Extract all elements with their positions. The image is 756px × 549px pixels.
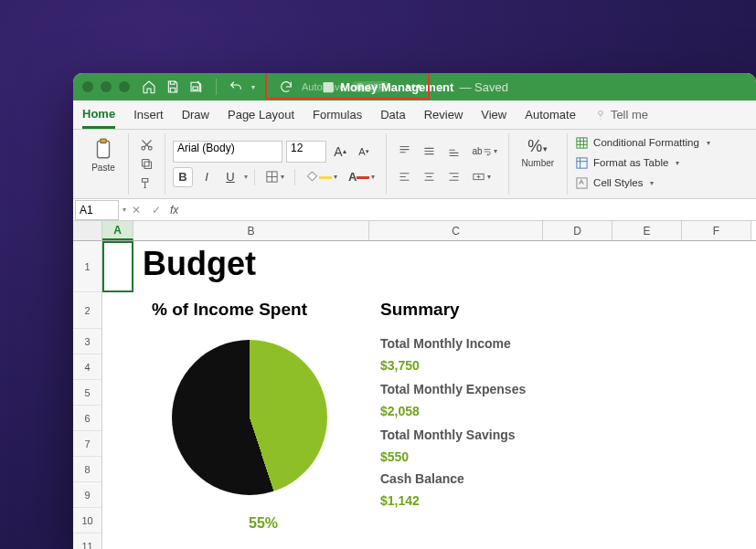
- paste-button[interactable]: Paste: [86, 133, 121, 176]
- minimize-window[interactable]: [101, 81, 112, 92]
- col-header-b[interactable]: B: [133, 221, 369, 240]
- col-header-a[interactable]: A: [102, 221, 133, 240]
- align-right-icon[interactable]: [443, 167, 464, 187]
- fx-label[interactable]: fx: [170, 204, 178, 216]
- tab-home[interactable]: Home: [82, 101, 115, 129]
- cell-styles-button[interactable]: Cell Styles▾: [575, 174, 710, 192]
- percent-spent-value: 55%: [249, 515, 278, 532]
- svg-rect-0: [323, 81, 333, 91]
- summary-savings-label: Total Monthly Savings: [380, 428, 516, 442]
- align-center-icon[interactable]: [419, 167, 440, 187]
- row-header[interactable]: 8: [73, 457, 101, 482]
- tab-automate[interactable]: Automate: [525, 102, 576, 127]
- name-box[interactable]: A1: [75, 200, 119, 220]
- font-color-icon[interactable]: A▾: [345, 167, 378, 187]
- align-left-icon[interactable]: [394, 167, 415, 187]
- italic-button[interactable]: I: [197, 167, 217, 187]
- ribbon-tabs: Home Insert Draw Page Layout Formulas Da…: [73, 100, 756, 130]
- summary-savings-value: $550: [380, 449, 409, 464]
- wrap-text-icon[interactable]: ab▾: [468, 142, 500, 162]
- row-header[interactable]: 4: [73, 354, 101, 380]
- bold-button[interactable]: B: [173, 167, 193, 187]
- svg-rect-6: [144, 162, 152, 169]
- format-as-table-button[interactable]: Format as Table▾: [575, 153, 710, 172]
- svg-rect-7: [143, 160, 150, 167]
- row-header[interactable]: 6: [73, 406, 101, 431]
- undo-dropdown[interactable]: ▾: [251, 83, 255, 91]
- tab-data[interactable]: Data: [380, 102, 405, 127]
- summary-income-value: $3,750: [380, 358, 420, 373]
- pie-chart[interactable]: [172, 340, 327, 495]
- underline-button[interactable]: U: [220, 167, 240, 187]
- col-header-d[interactable]: D: [543, 221, 612, 240]
- select-all-corner[interactable]: [73, 221, 101, 241]
- align-top-icon[interactable]: [394, 142, 415, 162]
- font-name-select[interactable]: Arial (Body): [173, 141, 282, 163]
- tab-page-layout[interactable]: Page Layout: [228, 102, 294, 127]
- conditional-formatting-button[interactable]: Conditional Formatting▾: [575, 133, 710, 152]
- col-header-e[interactable]: E: [612, 221, 682, 240]
- increase-font-icon[interactable]: A▴: [330, 142, 350, 162]
- row-header[interactable]: 10: [73, 508, 101, 533]
- summary-income-label: Total Monthly Income: [380, 336, 511, 351]
- font-size-select[interactable]: 12: [286, 141, 326, 163]
- row-header[interactable]: 1: [73, 241, 101, 292]
- decrease-font-icon[interactable]: A▾: [354, 142, 374, 162]
- window-controls: [82, 81, 130, 92]
- svg-rect-11: [577, 157, 587, 167]
- document-name: Money Management: [340, 80, 453, 94]
- summary-expenses-value: $2,058: [380, 404, 420, 418]
- document-status: — Saved: [459, 80, 507, 94]
- tab-draw[interactable]: Draw: [182, 102, 209, 127]
- number-format-button[interactable]: % ▾ Number: [516, 133, 560, 172]
- row-header[interactable]: 3: [73, 329, 101, 354]
- cut-icon[interactable]: [136, 137, 157, 153]
- summary-cash-value: $1,142: [380, 493, 420, 508]
- tab-review[interactable]: Review: [424, 102, 463, 127]
- undo-icon[interactable]: [228, 79, 244, 95]
- svg-rect-12: [577, 177, 587, 187]
- spreadsheet-grid: 1 2 3 4 5 6 7 8 9 10 11 A B C D E F Budg…: [73, 221, 756, 549]
- formula-bar: A1 ▾ ✕ ✓ fx: [73, 199, 756, 221]
- row-header[interactable]: 2: [73, 292, 101, 329]
- redo-icon[interactable]: [278, 79, 294, 95]
- home-icon[interactable]: [141, 79, 157, 95]
- row-header[interactable]: 11: [73, 533, 101, 549]
- borders-icon[interactable]: ▾: [261, 167, 288, 187]
- close-window[interactable]: [82, 81, 93, 92]
- copy-icon[interactable]: [136, 156, 157, 172]
- svg-rect-10: [577, 137, 587, 147]
- align-bottom-icon[interactable]: [443, 142, 464, 162]
- summary-header: Summary: [380, 300, 460, 320]
- tell-me[interactable]: Tell me: [594, 108, 648, 121]
- zoom-window[interactable]: [119, 81, 130, 92]
- percent-spent-header: % of Income Spent: [152, 300, 307, 320]
- save-icon[interactable]: [165, 79, 181, 95]
- tab-formulas[interactable]: Formulas: [313, 102, 362, 127]
- summary-expenses-label: Total Monthly Expenses: [380, 382, 526, 396]
- ribbon: Paste Arial (Body) 12 A▴ A▾ B I U ▾ ▾: [73, 130, 756, 199]
- cancel-formula-icon[interactable]: ✕: [126, 204, 146, 216]
- document-title: Money Management — Saved: [321, 80, 508, 94]
- fill-color-icon[interactable]: ▾: [302, 167, 341, 187]
- underline-dropdown[interactable]: ▾: [244, 173, 248, 181]
- svg-point-1: [599, 111, 603, 115]
- align-middle-icon[interactable]: [419, 142, 440, 162]
- row-header[interactable]: 9: [73, 482, 101, 508]
- tab-view[interactable]: View: [481, 102, 506, 127]
- format-painter-icon[interactable]: [136, 175, 157, 191]
- col-header-c[interactable]: C: [369, 221, 543, 240]
- row-header[interactable]: 7: [73, 431, 101, 457]
- excel-window: ▾ AutoSave OFF ••• Money Management — Sa…: [73, 73, 756, 549]
- titlebar: ▾ AutoSave OFF ••• Money Management — Sa…: [73, 73, 756, 100]
- formula-input[interactable]: [178, 199, 756, 220]
- tab-insert[interactable]: Insert: [133, 102, 164, 127]
- active-cell-outline: [102, 241, 133, 292]
- accept-formula-icon[interactable]: ✓: [146, 204, 166, 216]
- save-as-icon[interactable]: [188, 79, 205, 95]
- svg-rect-3: [101, 139, 107, 143]
- sheet-area[interactable]: Budget % of Income Spent Summary 55% Tot…: [102, 241, 756, 549]
- row-header[interactable]: 5: [73, 380, 101, 406]
- col-header-f[interactable]: F: [682, 221, 751, 240]
- merge-icon[interactable]: ▾: [468, 167, 495, 187]
